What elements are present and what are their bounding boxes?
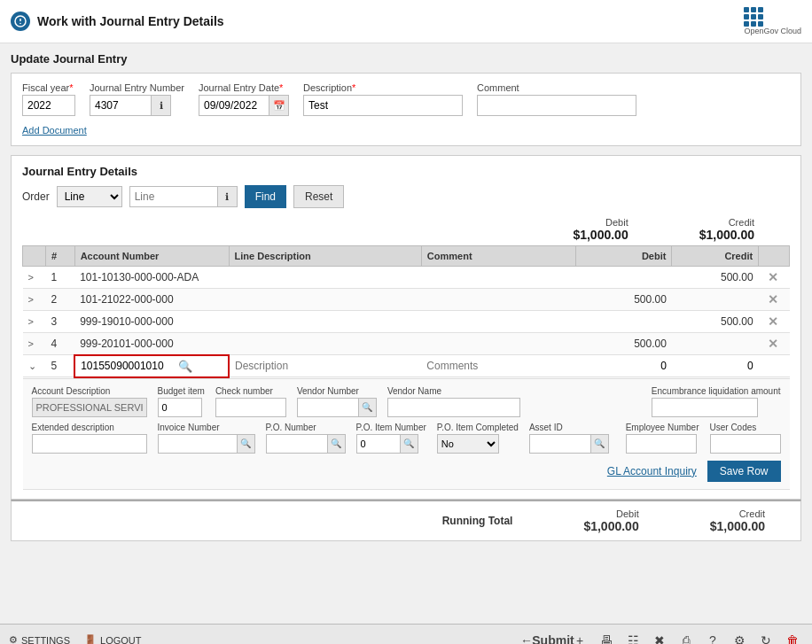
expand-row-5[interactable]: ⌄ — [28, 361, 36, 371]
expand-row-1[interactable]: > — [28, 272, 34, 283]
save-row-button[interactable]: Save Row — [707, 461, 781, 482]
row-2-comment — [421, 289, 575, 311]
settings-gear-button[interactable]: ⚙ — [729, 630, 750, 645]
je-number-input[interactable] — [90, 95, 152, 116]
po-item-number-input[interactable] — [356, 434, 401, 454]
opengen-text: OpenGov Cloud — [744, 27, 801, 35]
copy-button[interactable]: ⎙ — [675, 630, 697, 645]
help-button[interactable]: ? — [702, 630, 723, 645]
export-button[interactable]: ✖ — [649, 630, 670, 645]
budget-item-input[interactable] — [158, 398, 202, 417]
table-row: > 3 999-19010-000-000 500.00 ✕ — [23, 311, 790, 333]
po-number-input[interactable] — [266, 434, 328, 454]
description-label: Description* — [303, 82, 463, 93]
account-search-icon[interactable]: 🔍 — [178, 360, 192, 373]
row-4-comment — [421, 333, 575, 355]
invoice-number-input[interactable] — [158, 434, 238, 454]
delete-row-1[interactable]: ✕ — [764, 270, 782, 284]
running-total-credit-label: Credit — [710, 508, 765, 519]
user-codes-group: User Codes — [710, 423, 781, 454]
running-total-debit-label: Debit — [583, 508, 638, 519]
row-5-comment-cell — [421, 355, 575, 377]
vendor-name-input[interactable] — [387, 398, 520, 417]
exp-row-2: Extended description Invoice Number 🔍 — [32, 423, 781, 454]
po-number-search-icon[interactable]: 🔍 — [328, 434, 346, 454]
asset-id-label: Asset ID — [529, 423, 609, 432]
po-item-completed-select[interactable]: No Yes — [437, 434, 499, 454]
row-3-debit — [575, 311, 672, 333]
row-5-description-input[interactable] — [235, 360, 416, 372]
budget-item-group: Budget item — [158, 386, 205, 417]
col-account: Account Number — [74, 246, 229, 267]
fiscal-year-input[interactable] — [22, 95, 75, 116]
fiscal-year-group: Fiscal year* — [22, 82, 75, 116]
invoice-search-icon[interactable]: 🔍 — [238, 434, 255, 454]
row-4-debit: 500.00 — [575, 333, 672, 355]
row-5-account-input[interactable] — [81, 360, 178, 372]
delete-row-4[interactable]: ✕ — [764, 337, 782, 351]
row-5-credit-input[interactable] — [700, 360, 753, 372]
vendor-name-group: Vendor Name — [387, 386, 520, 417]
po-item-number-group: P.O. Item Number 🔍 — [356, 423, 426, 454]
submit-button[interactable]: Submit — [543, 630, 564, 645]
reset-button[interactable]: Reset — [293, 185, 344, 208]
line-info-icon[interactable]: ℹ — [218, 186, 238, 207]
po-number-input-area: 🔍 — [266, 434, 346, 454]
je-date-input[interactable] — [199, 95, 269, 116]
description-input[interactable] — [303, 95, 463, 116]
details-section: Journal Entry Details Order Line Account… — [11, 155, 801, 500]
user-codes-label: User Codes — [710, 423, 781, 432]
table-row: > 1 101-10130-000-000-ADA 500.00 ✕ — [23, 267, 790, 289]
acct-desc-input — [32, 398, 147, 417]
settings-button[interactable]: ⚙ SETTINGS — [9, 634, 70, 644]
opengen-logo-area: OpenGov Cloud — [744, 7, 801, 35]
row-3-credit: 500.00 — [672, 311, 759, 333]
row-2-desc — [229, 289, 421, 311]
expanded-content: Account Description Budget item Check nu… — [23, 378, 790, 489]
gl-account-inquiry-button[interactable]: GL Account Inquiry — [607, 465, 697, 477]
encumbrance-input[interactable] — [652, 398, 758, 417]
delete-button[interactable]: 🗑 — [782, 630, 803, 645]
po-item-completed-label: P.O. Item Completed — [437, 423, 519, 432]
expanded-detail-cell: Account Description Budget item Check nu… — [23, 377, 790, 490]
add-document-link[interactable]: Add Document — [22, 125, 87, 136]
table-row: > 2 101-21022-000-000 500.00 ✕ — [23, 289, 790, 311]
fiscal-year-label: Fiscal year* — [22, 82, 75, 93]
expand-row-3[interactable]: > — [28, 316, 34, 327]
find-button[interactable]: Find — [245, 185, 286, 208]
je-date-calendar-icon[interactable]: 📅 — [269, 95, 289, 116]
vendor-number-search-icon[interactable]: 🔍 — [359, 398, 377, 417]
je-number-info-icon[interactable]: ℹ — [152, 95, 171, 116]
ext-desc-input[interactable] — [32, 434, 147, 454]
row-5-debit-input[interactable] — [613, 360, 667, 372]
employee-number-input[interactable] — [626, 434, 697, 454]
order-select[interactable]: Line Account — [57, 186, 122, 207]
check-number-input[interactable] — [215, 398, 286, 417]
row-4-account: 999-20101-000-000 — [74, 333, 229, 355]
asset-id-input[interactable] — [529, 434, 591, 454]
logout-button[interactable]: 🚪 LOGOUT — [84, 634, 141, 644]
col-num: # — [46, 246, 75, 267]
page-title: Work with Journal Entry Details — [37, 14, 224, 28]
je-date-group: Journal Entry Date* 📅 — [199, 82, 289, 116]
delete-row-3[interactable]: ✕ — [764, 314, 782, 329]
expand-row-2[interactable]: > — [28, 294, 34, 305]
asset-id-input-area: 🔍 — [529, 434, 609, 454]
comment-group: Comment — [477, 82, 636, 116]
vendor-number-input[interactable] — [297, 398, 359, 417]
col-close — [759, 246, 790, 267]
comment-input[interactable] — [477, 95, 636, 116]
refresh-button[interactable]: ↻ — [755, 630, 777, 645]
expand-row-4[interactable]: > — [28, 338, 34, 349]
debit-total-col: Debit $1,000.00 — [573, 217, 628, 242]
delete-row-2[interactable]: ✕ — [764, 292, 782, 306]
row-5-comment-input[interactable] — [426, 360, 570, 372]
user-codes-input[interactable] — [710, 434, 781, 454]
add-icon-button[interactable]: + — [569, 630, 590, 645]
grid-view-button[interactable]: ☷ — [622, 630, 644, 645]
asset-id-search-icon[interactable]: 🔍 — [591, 434, 609, 454]
print-icon-button[interactable]: 🖶 — [596, 630, 617, 645]
line-input[interactable] — [129, 186, 218, 207]
svg-point-2 — [20, 23, 21, 25]
po-item-search-icon[interactable]: 🔍 — [401, 434, 418, 454]
